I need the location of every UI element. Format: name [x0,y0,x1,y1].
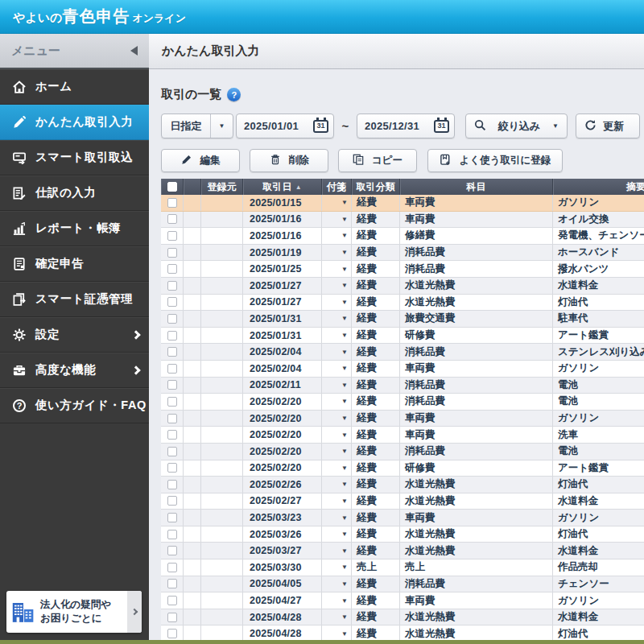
row-checkbox[interactable] [167,331,177,341]
table-row[interactable]: 2025/02/04▼経費消耗品費ステンレス刈り込み鋏 [161,344,644,361]
flag-dropdown-icon[interactable]: ▼ [341,597,348,605]
flag-dropdown-icon[interactable]: ▼ [341,415,348,422]
col-header-gutter[interactable] [184,179,201,195]
row-checkbox[interactable] [167,264,177,274]
sidebar-item-guide-faq[interactable]: ?使い方ガイド・FAQ [0,388,149,423]
row-checkbox[interactable] [167,314,177,324]
table-row[interactable]: 2025/04/28▼経費水道光熱費水道料金 [161,609,644,626]
flag-dropdown-icon[interactable]: ▼ [341,547,348,555]
table-row[interactable]: 2025/02/27▼経費水道光熱費水道料金 [161,493,644,510]
flag-dropdown-icon[interactable]: ▼ [341,564,348,571]
calendar-icon[interactable]: 31 [313,120,328,133]
row-checkbox[interactable] [167,496,177,506]
row-checkbox[interactable] [167,281,177,291]
col-header-flag[interactable]: 付箋 [322,179,352,195]
col-header-memo[interactable]: 摘要 [553,179,644,195]
flag-dropdown-icon[interactable]: ▼ [341,382,348,389]
sidebar-item-smart-evidence[interactable]: スマート証憑管理 [0,282,149,317]
flag-dropdown-icon[interactable]: ▼ [341,464,348,472]
flag-dropdown-icon[interactable]: ▼ [341,497,348,505]
flag-dropdown-icon[interactable]: ▼ [341,514,348,522]
sidebar-item-settings[interactable]: 設定 [0,317,149,353]
col-header-date[interactable]: 取引日 ▲ [243,179,322,195]
row-checkbox[interactable] [167,297,177,307]
table-row[interactable]: 2025/03/27▼経費水道光熱費水道料金 [161,543,644,559]
flag-dropdown-icon[interactable]: ▼ [341,481,348,488]
row-checkbox[interactable] [167,463,177,473]
help-icon[interactable]: ? [227,88,241,101]
table-row[interactable]: 2025/01/25▼経費消耗品費撥水パンツ [161,261,644,278]
flag-dropdown-icon[interactable]: ▼ [341,530,348,538]
table-row[interactable]: 2025/01/16▼経費修繕費発電機、チェンソー [161,228,644,245]
filter-button[interactable]: 絞り込み ▼ [465,114,568,138]
flag-dropdown-icon[interactable]: ▼ [341,249,348,256]
row-checkbox[interactable] [167,248,177,258]
table-row[interactable]: 2025/02/04▼経費車両費ガソリン [161,361,644,378]
table-row[interactable]: 2025/03/30▼売上売上作品売却 [161,559,644,576]
row-checkbox[interactable] [167,513,177,522]
row-checkbox[interactable] [167,380,177,390]
flag-dropdown-icon[interactable]: ▼ [341,349,348,356]
sidebar-item-advanced[interactable]: 高度な機能 [0,353,149,388]
incorporation-banner[interactable]: 法人化の疑問や お困りごとに [6,591,142,633]
row-checkbox[interactable] [167,430,177,440]
flag-dropdown-icon[interactable]: ▼ [341,315,348,322]
sidebar-item-smart-import[interactable]: スマート取引取込 [0,140,149,175]
edit-button[interactable]: 編集 [161,149,240,172]
flag-dropdown-icon[interactable]: ▼ [341,398,348,405]
table-row[interactable]: 2025/04/27▼経費車両費ガソリン [161,592,644,609]
flag-dropdown-icon[interactable]: ▼ [341,199,348,206]
register-favorite-button[interactable]: よく使う取引に登録 [427,149,563,172]
table-row[interactable]: 2025/02/26▼経費水道光熱費灯油代 [161,477,644,493]
row-checkbox[interactable] [167,231,177,241]
date-range-type-select[interactable]: 日指定 ▼ [161,114,233,138]
row-checkbox[interactable] [167,198,177,208]
flag-dropdown-icon[interactable]: ▼ [341,431,348,439]
flag-dropdown-icon[interactable]: ▼ [341,299,348,306]
flag-dropdown-icon[interactable]: ▼ [341,232,348,239]
row-checkbox[interactable] [167,613,177,622]
row-checkbox[interactable] [167,563,177,572]
table-row[interactable]: 2025/01/27▼経費水道光熱費水道料金 [161,278,644,295]
col-header-category[interactable]: 取引分類 [352,179,400,195]
col-header-checkbox[interactable] [161,179,184,195]
table-row[interactable]: 2025/01/31▼経費旅費交通費駐車代 [161,311,644,328]
row-checkbox[interactable] [167,546,177,555]
table-row[interactable]: 2025/01/31▼経費研修費アート鑑賞 [161,328,644,345]
flag-dropdown-icon[interactable]: ▼ [341,282,348,289]
row-checkbox[interactable] [167,214,177,224]
sidebar-item-tax-return[interactable]: 確定申告 [0,246,149,282]
sidebar-item-journal-entry[interactable]: 仕訳の入力 [0,175,149,211]
banner-chevron-icon[interactable] [127,591,142,633]
table-row[interactable]: 2025/02/20▼経費車両費洗車 [161,427,644,444]
sidebar-item-simple-entry[interactable]: かんたん取引入力 [0,105,149,140]
flag-dropdown-icon[interactable]: ▼ [341,580,348,588]
date-to-input[interactable]: 2025/12/31 31 [357,114,455,138]
table-row[interactable]: 2025/01/19▼経費消耗品費ホースバンド [161,245,644,262]
table-row[interactable]: 2025/03/23▼経費車両費ガソリン [161,510,644,526]
table-row[interactable]: 2025/01/15▼経費車両費ガソリン [161,195,644,212]
row-checkbox[interactable] [167,447,177,456]
copy-button[interactable]: コピー [338,149,417,172]
calendar-icon[interactable]: 31 [434,120,449,133]
row-checkbox[interactable] [167,480,177,489]
select-all-checkbox[interactable] [167,182,177,192]
flag-dropdown-icon[interactable]: ▼ [341,216,348,223]
flag-dropdown-icon[interactable]: ▼ [341,448,348,455]
table-row[interactable]: 2025/03/26▼経費水道光熱費灯油代 [161,526,644,543]
table-row[interactable]: 2025/01/16▼経費車両費オイル交換 [161,212,644,229]
refresh-button[interactable]: 更新 [576,114,640,138]
table-row[interactable]: 2025/04/05▼経費消耗品費チェンソー [161,576,644,593]
row-checkbox[interactable] [167,596,177,605]
flag-dropdown-icon[interactable]: ▼ [341,365,348,372]
col-header-source[interactable]: 登録元 [201,179,243,195]
sidebar-collapse-icon[interactable] [130,46,138,56]
row-checkbox[interactable] [167,347,177,357]
col-header-account[interactable]: 科目 [400,179,553,195]
table-row[interactable]: 2025/01/27▼経費水道光熱費灯油代 [161,295,644,312]
flag-dropdown-icon[interactable]: ▼ [341,613,348,621]
row-checkbox[interactable] [167,530,177,539]
row-checkbox[interactable] [167,579,177,588]
delete-button[interactable]: 削除 [250,149,328,172]
sidebar-item-reports[interactable]: レポート・帳簿 [0,211,149,246]
